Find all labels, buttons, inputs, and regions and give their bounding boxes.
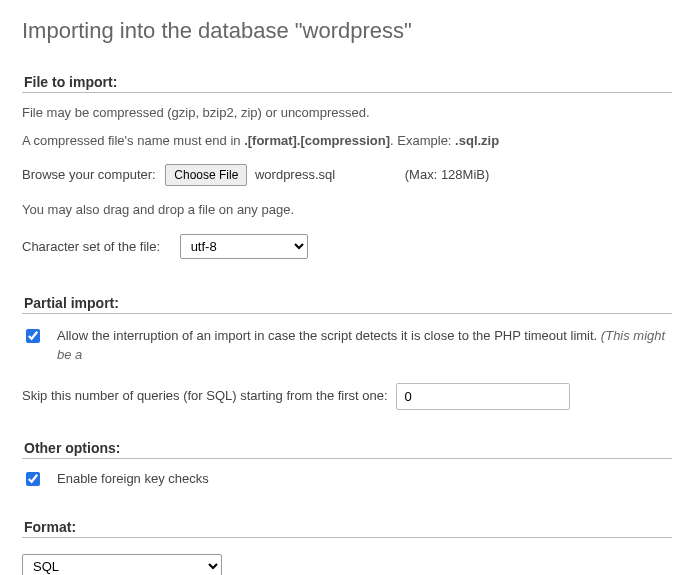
format-select[interactable]: SQL [22, 554, 222, 576]
foreign-key-label: Enable foreign key checks [57, 469, 209, 489]
max-size-label: (Max: 128MiB) [405, 167, 490, 182]
charset-select[interactable]: utf-8 [180, 234, 308, 259]
format-legend: Format: [22, 519, 672, 538]
file-to-import-legend: File to import: [22, 74, 672, 93]
page-title: Importing into the database "wordpress" [22, 18, 672, 44]
browse-label: Browse your computer: [22, 165, 156, 185]
hint2-format: .[format].[compression] [244, 133, 390, 148]
allow-interruption-label: Allow the interruption of an import in c… [57, 328, 597, 343]
hint2-mid: . Example: [390, 133, 455, 148]
skip-queries-label: Skip this number of queries (for SQL) st… [22, 386, 388, 406]
compress-hint-1: File may be compressed (gzip, bzip2, zip… [22, 103, 672, 123]
chosen-file-name: wordpress.sql [255, 167, 335, 182]
partial-import-legend: Partial import: [22, 295, 672, 314]
foreign-key-checkbox[interactable] [26, 472, 40, 486]
choose-file-button[interactable]: Choose File [165, 164, 247, 186]
drag-drop-hint: You may also drag and drop a file on any… [22, 200, 672, 220]
compress-hint-2: A compressed file's name must end in .[f… [22, 131, 672, 151]
hint2-prefix: A compressed file's name must end in [22, 133, 244, 148]
allow-interruption-checkbox[interactable] [26, 329, 40, 343]
skip-queries-input[interactable] [396, 383, 570, 410]
charset-label: Character set of the file: [22, 237, 160, 257]
hint2-example: .sql.zip [455, 133, 499, 148]
other-options-legend: Other options: [22, 440, 672, 459]
